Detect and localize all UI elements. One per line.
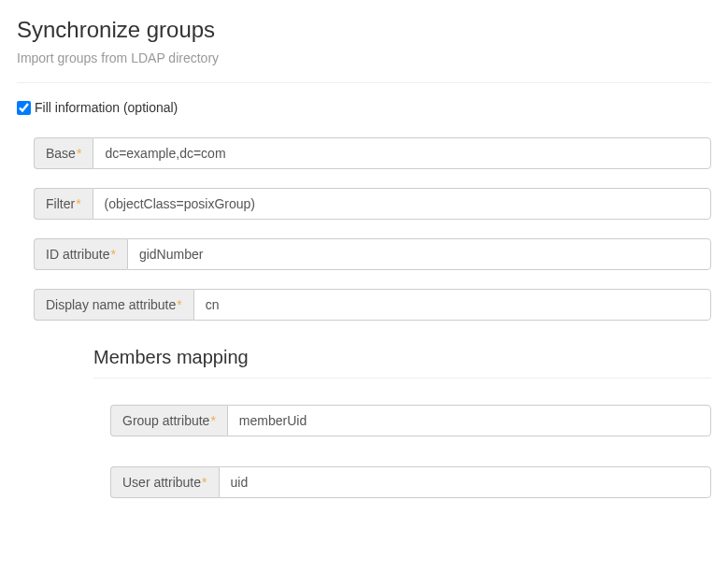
group-attribute-row: Group attribute*: [110, 405, 711, 436]
fill-information-label: Fill information (optional): [35, 100, 178, 115]
id-attribute-label-text: ID attribute: [46, 247, 109, 262]
fill-information-checkbox[interactable]: [17, 101, 31, 115]
filter-input[interactable]: [93, 188, 711, 220]
required-mark: *: [76, 196, 80, 211]
filter-label-text: Filter: [46, 196, 75, 211]
main-field-group: Base* Filter* ID attribute* Display name…: [17, 137, 711, 498]
members-mapping-field-group: Group attribute* User attribute*: [93, 405, 711, 498]
group-attribute-input[interactable]: [227, 405, 711, 436]
members-mapping-title: Members mapping: [93, 347, 711, 368]
base-input[interactable]: [93, 137, 711, 169]
header-divider: [17, 82, 711, 83]
page-subtitle: Import groups from LDAP directory: [17, 50, 711, 65]
user-attribute-input[interactable]: [219, 466, 712, 498]
display-name-attribute-label: Display name attribute*: [34, 289, 193, 321]
fill-information-row: Fill information (optional): [17, 100, 711, 115]
user-attribute-label-text: User attribute: [122, 475, 201, 490]
display-name-attribute-label-text: Display name attribute: [46, 297, 176, 312]
user-attribute-label: User attribute*: [110, 466, 219, 498]
filter-row: Filter*: [34, 188, 711, 220]
display-name-attribute-row: Display name attribute*: [34, 289, 711, 321]
id-attribute-row: ID attribute*: [34, 238, 711, 270]
group-attribute-label-text: Group attribute: [122, 413, 209, 428]
id-attribute-input[interactable]: [127, 238, 711, 270]
base-label-text: Base: [46, 146, 76, 161]
base-row: Base*: [34, 137, 711, 169]
page-title: Synchronize groups: [17, 17, 711, 43]
display-name-attribute-input[interactable]: [193, 289, 711, 321]
required-mark: *: [77, 146, 81, 161]
id-attribute-label: ID attribute*: [34, 238, 127, 270]
members-mapping-divider: [93, 378, 711, 379]
filter-label: Filter*: [34, 188, 93, 220]
base-label: Base*: [34, 137, 93, 169]
required-mark: *: [202, 475, 207, 490]
user-attribute-row: User attribute*: [110, 466, 711, 498]
group-attribute-label: Group attribute*: [110, 405, 227, 436]
members-mapping-section: Members mapping Group attribute* User at…: [34, 347, 711, 498]
required-mark: *: [177, 297, 181, 312]
required-mark: *: [210, 413, 215, 428]
required-mark: *: [110, 247, 115, 262]
